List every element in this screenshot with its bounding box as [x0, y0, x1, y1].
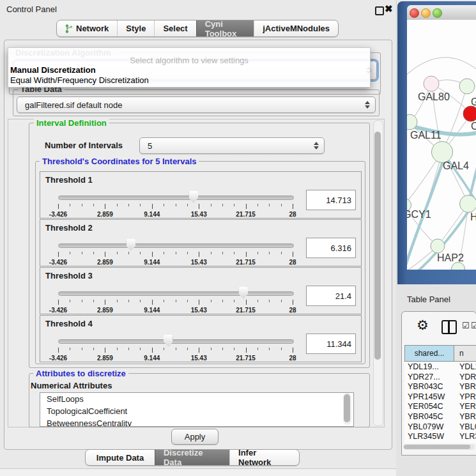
- threshold-2-label: Threshold 2: [45, 223, 93, 233]
- close-icon[interactable]: ✖: [385, 3, 393, 15]
- slider-ticks: [58, 348, 293, 353]
- slider-handle[interactable]: [238, 287, 248, 299]
- tick-label: 15.43: [191, 355, 207, 362]
- tick-label: 9.144: [144, 307, 160, 314]
- scrollbar-thumb[interactable]: [404, 445, 470, 449]
- threshold-4-slider[interactable]: -3.426 2.859 9.144 15.43 21.715 28: [58, 335, 293, 360]
- node-selected-red[interactable]: [463, 106, 476, 122]
- cyni-bottom-tabbar: Impute Data Discretize Data Infer Networ…: [85, 449, 300, 466]
- table-row[interactable]: YDR27...YDR2: [404, 372, 476, 383]
- node-label: GCY1: [407, 209, 431, 220]
- gear-icon[interactable]: ⚙: [417, 318, 429, 332]
- table-row[interactable]: YBL079WYBL0: [404, 422, 476, 433]
- node-gal80[interactable]: [424, 76, 440, 92]
- slider-track[interactable]: [58, 339, 294, 344]
- zoom-traffic-light[interactable]: [433, 8, 442, 18]
- column-header-name[interactable]: n: [454, 345, 476, 362]
- table-row[interactable]: YDL19...YDL1: [404, 362, 476, 372]
- threshold-4-label: Threshold 4: [45, 319, 93, 328]
- threshold-1-slider[interactable]: -3.426 2.859 9.144 15.43 21.715 28: [58, 191, 293, 217]
- tick-label: -3.426: [49, 211, 67, 218]
- tab-infer-network[interactable]: Infer Network: [229, 450, 299, 465]
- list-item[interactable]: BetweennessCentrality: [40, 417, 353, 427]
- scrollbar-thumb[interactable]: [344, 394, 350, 422]
- checkbox-icon[interactable]: ☑: [462, 321, 470, 330]
- node-top-right[interactable]: [459, 79, 475, 95]
- table-row[interactable]: YLR345WYLR3: [404, 432, 476, 442]
- list-item[interactable]: TopologicalCoefficient: [40, 405, 353, 417]
- numerical-attributes-list: SelfLoops TopologicalCoefficient Between…: [40, 392, 354, 427]
- tab-discretize-data[interactable]: Discretize Data: [155, 450, 229, 465]
- slider-track[interactable]: [58, 291, 294, 296]
- slider-handle[interactable]: [188, 191, 198, 203]
- network-canvas[interactable]: GAL80 GA C GAL11 GAL4 GCY1 H HAP2: [407, 20, 476, 270]
- apply-button[interactable]: Apply: [171, 429, 219, 445]
- table-rows: YDL19...YDL1 YDR27...YDR2 YBR043CYBR0 YP…: [404, 362, 476, 443]
- table-row[interactable]: YBR045CYBR0: [404, 412, 476, 422]
- thresholds-group-title: Threshold's Coordinates for 5 Intervals: [40, 157, 199, 166]
- threshold-4-value-field[interactable]: 11.344: [306, 334, 356, 354]
- network-window-titlebar[interactable]: [407, 5, 476, 20]
- threshold-3-slider[interactable]: -3.426 2.859 9.144 15.43 21.715 28: [58, 287, 293, 312]
- network-icon: [65, 24, 73, 33]
- table-row[interactable]: YBR043CYBR0: [404, 382, 476, 392]
- table-panel-title: Table Panel: [407, 295, 450, 304]
- slider-track[interactable]: [58, 243, 294, 248]
- table-row[interactable]: YIL053CYIL0: [404, 442, 476, 443]
- slider-track[interactable]: [58, 196, 294, 200]
- algorithm-placeholder-item[interactable]: Select algorithm to view settings: [8, 56, 370, 65]
- slider-handle[interactable]: [126, 239, 135, 251]
- table-row[interactable]: YPR145WYPR1: [404, 392, 476, 403]
- threshold-3-label: Threshold 3: [45, 271, 93, 280]
- status-strip: [0, 469, 396, 476]
- threshold-3-value-field[interactable]: 21.4: [306, 286, 356, 306]
- threshold-1-value-field[interactable]: 14.713: [306, 190, 356, 210]
- table-header-row: shared... n: [404, 345, 476, 362]
- node-label: GAL80: [418, 91, 450, 103]
- column-header-shared-name[interactable]: shared...: [404, 345, 454, 362]
- table-row[interactable]: YER054CYER0: [404, 402, 476, 412]
- slider-handle[interactable]: [164, 335, 173, 347]
- numerical-attributes-label: Numerical Attributes: [31, 381, 112, 390]
- tick-label: -3.426: [49, 259, 67, 266]
- node-right-mid[interactable]: [459, 195, 476, 213]
- list-vertical-scrollbar[interactable]: [343, 393, 351, 425]
- threshold-2-slider[interactable]: -3.426 2.859 9.144 15.43 21.715 28: [58, 239, 293, 265]
- columns-icon[interactable]: [441, 320, 457, 334]
- minimize-traffic-light[interactable]: [421, 8, 431, 18]
- list-item[interactable]: SelfLoops: [40, 393, 353, 405]
- tick-label: 15.43: [191, 211, 207, 218]
- tab-select[interactable]: Select: [154, 20, 196, 36]
- tick-label: 28: [289, 355, 296, 362]
- tab-style[interactable]: Style: [117, 20, 154, 36]
- threshold-2-value-field[interactable]: 6.316: [306, 238, 356, 258]
- tab-cyni-toolbox[interactable]: Cyni Toolbox: [196, 20, 254, 36]
- close-traffic-light[interactable]: [410, 8, 419, 18]
- node-label: HAP2: [437, 252, 464, 264]
- slider-ticks: [58, 252, 293, 257]
- control-panel: Control Panel ✖ Network Style Select Cyn…: [0, 0, 397, 476]
- settings-vertical-scrollbar[interactable]: [373, 120, 383, 426]
- algorithm-item-manual[interactable]: Manual Discretization: [10, 65, 96, 75]
- tick-label: 2.859: [97, 211, 113, 218]
- tab-impute-data[interactable]: Impute Data: [86, 450, 155, 465]
- num-intervals-combobox[interactable]: 5: [139, 137, 325, 154]
- combo-arrows-icon: [365, 101, 370, 109]
- tab-jactivemnodules[interactable]: jActiveMNodules: [254, 20, 338, 36]
- node-hap2[interactable]: [431, 239, 445, 254]
- table-data-combobox[interactable]: galFiltered.sif default node: [17, 96, 376, 113]
- table-horizontal-scrollbar[interactable]: [403, 444, 475, 450]
- tick-label: 2.859: [97, 259, 113, 266]
- threshold-4-box: Threshold 4 -3.426 2.859 9.144 15.43 21.…: [40, 315, 362, 362]
- tick-label: 9.144: [144, 259, 160, 266]
- node-gal4[interactable]: [431, 141, 453, 163]
- threshold-3-box: Threshold 3 -3.426 2.859 9.144 15.43 21.…: [40, 267, 362, 314]
- algorithm-item-equal-width[interactable]: Equal Width/Frequency Discretization: [10, 75, 149, 85]
- scrollbar-thumb[interactable]: [374, 132, 381, 360]
- threshold-2-box: Threshold 2 -3.426 2.859 9.144 15.43 21.…: [40, 219, 362, 266]
- slider-ticks: [58, 204, 293, 210]
- tick-label: 2.859: [97, 355, 113, 362]
- float-window-icon[interactable]: [375, 6, 384, 15]
- tab-network[interactable]: Network: [57, 20, 117, 36]
- checkbox-icon[interactable]: ☑: [471, 321, 476, 330]
